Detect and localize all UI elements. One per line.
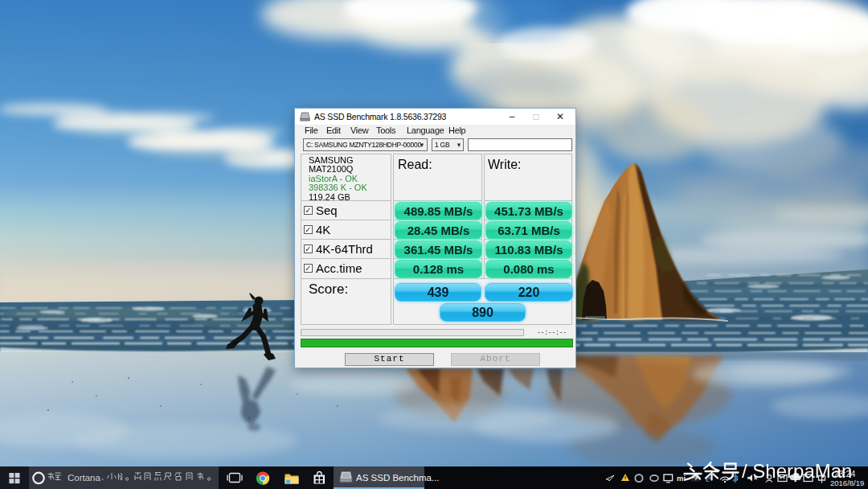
svg-text:Cortana: Cortana xyxy=(68,473,101,483)
svg-text:/ SherpaMan: / SherpaMan xyxy=(742,460,852,482)
svg-text:AS SSD Benchma...: AS SSD Benchma... xyxy=(356,473,440,483)
